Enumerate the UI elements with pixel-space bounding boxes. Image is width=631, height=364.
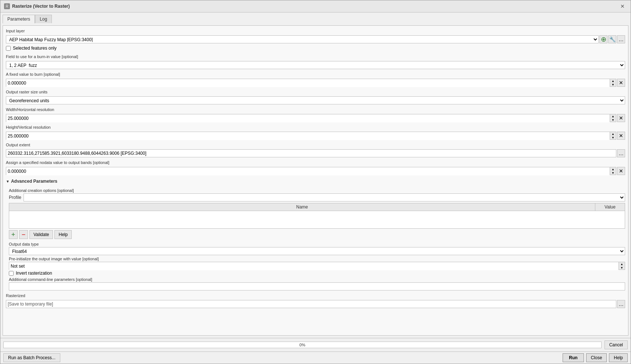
cmdline-row <box>9 282 625 290</box>
help-options-button[interactable]: Help <box>54 230 72 239</box>
profile-select[interactable] <box>24 193 625 201</box>
nodata-up[interactable]: ▲ <box>610 167 616 171</box>
output-size-units-row: Georeferenced units <box>6 96 625 104</box>
burn-field-label: Field to use for a burn-in value [option… <box>6 54 625 59</box>
output-data-type-label: Output data type <box>9 242 625 246</box>
selected-features-label: Selected features only <box>13 46 57 51</box>
preinit-row: ▲ ▼ <box>9 262 625 270</box>
profile-label: Profile <box>9 195 21 200</box>
input-layer-select[interactable]: AEP Habitat Map Fuzzy Map [EPSG:3400] <box>6 35 599 43</box>
batch-process-button[interactable]: Run as Batch Process... <box>3 353 60 362</box>
rasterized-row: … <box>6 300 625 308</box>
fixed-burn-down[interactable]: ▼ <box>610 83 616 86</box>
table-body <box>9 211 625 228</box>
output-extent-more[interactable]: … <box>617 149 625 157</box>
progress-bar-container: 0% <box>3 342 602 348</box>
width-res-label: Width/Horizontal resolution <box>6 107 625 112</box>
nodata-down[interactable]: ▼ <box>610 171 616 175</box>
profile-row: Profile <box>9 193 625 201</box>
invert-checkbox[interactable] <box>9 271 14 276</box>
output-size-units-select[interactable]: Georeferenced units <box>6 96 625 104</box>
height-res-down[interactable]: ▼ <box>610 136 616 139</box>
layer-more-button[interactable]: … <box>617 35 625 43</box>
advanced-section-arrow: ▼ <box>6 179 10 183</box>
fixed-burn-row: ▲ ▼ ✕ <box>6 79 625 87</box>
advanced-section-content: Additional creation options [optional] P… <box>6 187 625 290</box>
output-data-type-row: Float64 <box>9 247 625 255</box>
bottom-buttons: Run as Batch Process... Run Close Help <box>0 351 631 364</box>
fixed-burn-input[interactable] <box>6 79 610 87</box>
selected-features-row: Selected features only <box>6 46 625 51</box>
burn-field-select[interactable]: 1, 2 AEP_fuzz <box>6 61 625 69</box>
fixed-burn-up[interactable]: ▲ <box>610 79 616 83</box>
invert-label: Invert rasterization <box>16 271 52 276</box>
table-name-header: Name <box>9 203 595 211</box>
nodata-clear[interactable]: ✕ <box>617 167 625 175</box>
rasterized-more[interactable]: … <box>617 300 625 308</box>
input-layer-label: Input layer <box>6 29 625 33</box>
width-res-up[interactable]: ▲ <box>610 114 616 118</box>
run-button[interactable]: Run <box>563 353 584 362</box>
window-title: Rasterize (Vector to Raster) <box>12 4 70 9</box>
table-value-header: Value <box>595 203 625 211</box>
fixed-burn-spinner: ▲ ▼ <box>610 79 616 86</box>
nodata-input[interactable] <box>6 167 610 175</box>
width-res-input[interactable] <box>6 114 610 122</box>
fixed-burn-clear[interactable]: ✕ <box>617 79 625 87</box>
layer-settings-button[interactable]: 🔧 <box>608 35 616 43</box>
help-button[interactable]: Help <box>609 353 628 362</box>
output-data-type-select[interactable]: Float64 <box>9 247 625 255</box>
invert-row: Invert rasterization <box>9 271 625 276</box>
tab-bar: Parameters Log <box>3 15 628 23</box>
rasterized-input[interactable] <box>6 300 616 308</box>
table-buttons: + − Validate Help <box>9 230 625 239</box>
rasterized-label: Rasterized <box>6 293 625 298</box>
preinit-label: Pre-initialize the output image with val… <box>9 257 625 261</box>
width-res-down[interactable]: ▼ <box>610 118 616 122</box>
height-res-row: ▲ ▼ ✕ <box>6 132 625 140</box>
dialog-content: Parameters Log Input layer AEP Habitat M… <box>0 13 631 338</box>
height-res-up[interactable]: ▲ <box>610 132 616 136</box>
remove-row-button[interactable]: − <box>19 230 28 239</box>
tab-parameters[interactable]: Parameters <box>3 15 35 24</box>
title-bar-left: R Rasterize (Vector to Raster) <box>4 3 70 9</box>
table-header: Name Value <box>9 203 625 211</box>
nodata-row: ▲ ▼ ✕ <box>6 167 625 175</box>
progress-text: 0% <box>4 342 601 348</box>
width-res-clear[interactable]: ✕ <box>617 114 625 122</box>
window-icon: R <box>4 3 10 9</box>
input-layer-row: AEP Habitat Map Fuzzy Map [EPSG:3400] ⊕ … <box>6 35 625 43</box>
progress-row: 0% Cancel <box>0 338 631 351</box>
advanced-section-header[interactable]: ▼ Advanced Parameters <box>6 179 625 184</box>
width-res-row: ▲ ▼ ✕ <box>6 114 625 122</box>
height-res-input[interactable] <box>6 132 610 140</box>
validate-button[interactable]: Validate <box>29 230 53 239</box>
select-layer-green-button[interactable]: ⊕ <box>599 35 607 43</box>
preinit-down[interactable]: ▼ <box>619 266 625 270</box>
bottom-right-buttons: Run Close Help <box>563 353 628 362</box>
parameters-panel: Input layer AEP Habitat Map Fuzzy Map [E… <box>3 25 628 336</box>
cmdline-input[interactable] <box>9 282 625 290</box>
height-res-clear[interactable]: ✕ <box>617 132 625 140</box>
output-extent-row: … <box>6 149 625 157</box>
height-res-label: Height/Vertical resolution <box>6 125 625 129</box>
tab-log[interactable]: Log <box>35 15 52 23</box>
selected-features-checkbox[interactable] <box>6 46 11 51</box>
output-extent-input[interactable] <box>6 149 616 157</box>
window-close-button[interactable]: ✕ <box>618 3 627 10</box>
output-size-units-label: Output raster size units <box>6 90 625 94</box>
additional-creation-label: Additional creation options [optional] <box>9 188 625 193</box>
nodata-label: Assign a specified nodata value to outpu… <box>6 160 625 165</box>
output-extent-label: Output extent <box>6 143 625 147</box>
title-bar: R Rasterize (Vector to Raster) ✕ <box>0 0 631 13</box>
creation-options-table: Name Value <box>9 203 625 229</box>
cmdline-label: Additional command-line parameters [opti… <box>9 277 625 282</box>
add-row-button[interactable]: + <box>9 230 18 239</box>
cancel-button[interactable]: Cancel <box>605 340 628 349</box>
preinit-input[interactable] <box>9 262 618 270</box>
close-button[interactable]: Close <box>586 353 607 362</box>
advanced-section-label: Advanced Parameters <box>11 179 57 184</box>
fixed-burn-label: A fixed value to burn [optional] <box>6 72 625 76</box>
preinit-up[interactable]: ▲ <box>619 262 625 266</box>
burn-field-row: 1, 2 AEP_fuzz <box>6 61 625 69</box>
